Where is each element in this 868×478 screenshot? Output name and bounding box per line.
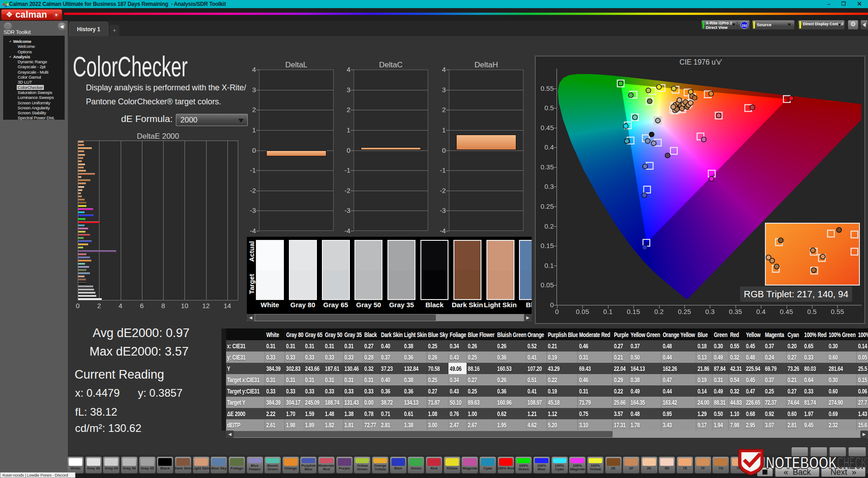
svg-text:CHECK: CHECK	[837, 454, 867, 472]
svg-text:NOTEBOOK: NOTEBOOK	[766, 454, 837, 472]
